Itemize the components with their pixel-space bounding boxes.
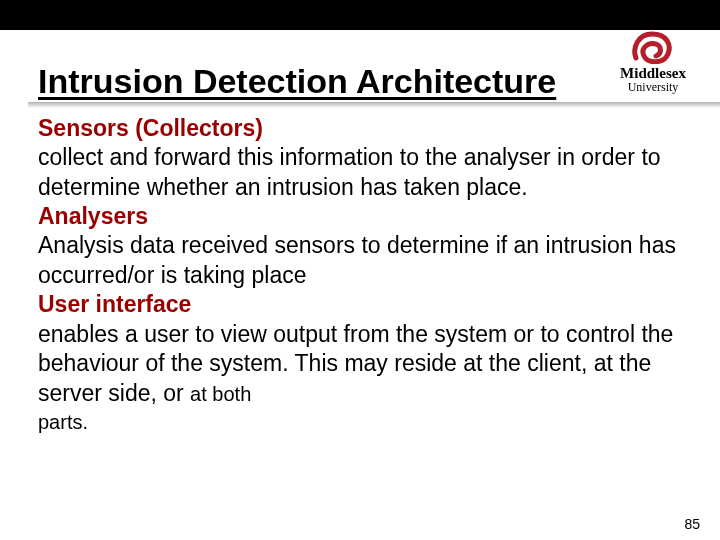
heading-analysers: Analysers xyxy=(38,203,148,229)
text-ui-c: parts. xyxy=(38,410,702,436)
heading-sensors: Sensors (Collectors) xyxy=(38,115,263,141)
university-logo: Middlesex University xyxy=(604,28,702,93)
text-ui-a: enables a user to view output from the s… xyxy=(38,321,673,406)
slide-title: Intrusion Detection Architecture xyxy=(38,64,556,102)
title-underline-shadow xyxy=(28,102,720,108)
text-analysers: Analysis data received sensors to determ… xyxy=(38,232,676,287)
text-sensors: collect and forward this information to … xyxy=(38,144,661,199)
logo-name: Middlesex xyxy=(604,66,702,81)
swirl-icon xyxy=(628,28,678,64)
title-wrap: Intrusion Detection Architecture xyxy=(38,64,598,102)
heading-ui: User interface xyxy=(38,291,191,317)
logo-sub: University xyxy=(604,81,702,93)
top-black-bar xyxy=(0,0,720,30)
page-number: 85 xyxy=(684,516,700,532)
slide: Middlesex University Intrusion Detection… xyxy=(0,0,720,540)
text-ui-b: at both xyxy=(190,383,251,405)
body-text: Sensors (Collectors) collect and forward… xyxy=(38,114,702,436)
